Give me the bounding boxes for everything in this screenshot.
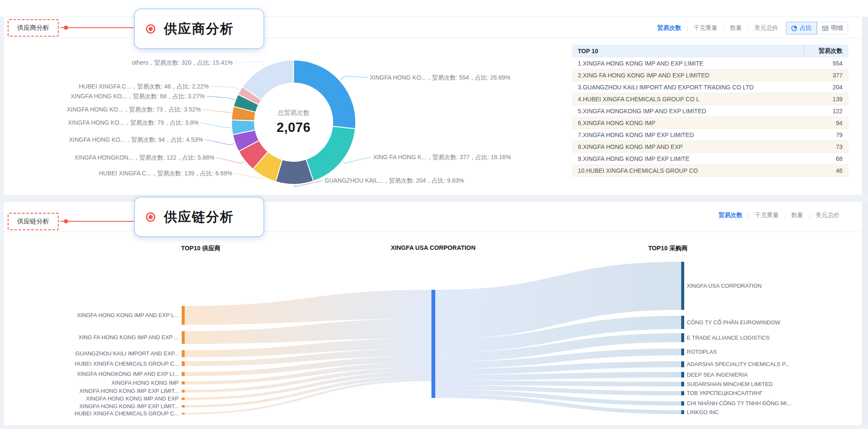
connector-dot	[64, 26, 68, 30]
toggle-button-label: 占比	[800, 24, 812, 32]
ratio-view-button[interactable]: 占比	[786, 22, 817, 34]
table-cell-company: 6.XINGFA HONG KONG IMP	[572, 117, 804, 129]
top10-table: TOP 10 贸易次数 1.XINGFA HONG KONG IMP AND E…	[572, 45, 848, 177]
sankey-label-supplier: XINGFA HONG KONG IMP EXP LIMIT...	[79, 388, 179, 395]
sankey-node-buyer[interactable]	[681, 401, 684, 406]
sankey-label-supplier: HUBEI XINGFA CHEMICALS GROUP C...	[74, 360, 179, 367]
sankey-node-supplier[interactable]	[182, 361, 185, 366]
sankey-node-buyer[interactable]	[681, 333, 684, 342]
sankey-node-buyer[interactable]	[681, 262, 684, 310]
sankey-node-supplier[interactable]	[182, 372, 185, 376]
table-row: 1.XINGFA HONG KONG IMP AND EXP LIMITE554	[572, 57, 848, 69]
pie-label-line	[211, 86, 240, 90]
supplier-tag-label: 供应商分析	[17, 24, 49, 32]
table-header-row: TOP 10 贸易次数	[572, 45, 848, 57]
table-row: 2.XING FA HONG KONG IMP AND EXP LIMITED3…	[572, 69, 848, 81]
sankey-label-buyer: CHI NHÁNH CÔNG TY TNHH ĐÔNG MI...	[687, 400, 791, 407]
sankey-node-supplier[interactable]	[182, 398, 185, 400]
pie-label: XINGFA HONG KO...，贸易次数: 73，占比: 3.52%	[67, 106, 201, 113]
pie-label-line	[203, 109, 231, 113]
metric-link[interactable]: 贸易次数	[719, 212, 742, 219]
metric-link[interactable]: 千克重量	[755, 212, 779, 219]
table-cell-value: 139	[804, 93, 848, 105]
pie-label-line	[340, 76, 368, 80]
chain-callout-connector	[60, 221, 146, 222]
table-cell-value: 554	[804, 57, 848, 69]
detail-view-button[interactable]: 明细	[817, 22, 848, 34]
table-icon	[822, 25, 828, 31]
table-header-metric: 贸易次数	[804, 45, 848, 57]
pie-label: XINGFA HONG KO...，贸易次数: 68，占比: 3.27%	[71, 92, 205, 100]
table-cell-company: 10.HUBEI XINGFA CHEMICALS GROUP CO	[572, 165, 804, 177]
sankey-node-supplier[interactable]	[182, 381, 185, 384]
pie-label: XINGFA HONGKON...，贸易次数: 122，占比: 5.88%	[74, 154, 214, 161]
pie-label-line	[216, 157, 244, 163]
pie-slice[interactable]	[306, 126, 355, 181]
sankey-label-buyer: DEEP SEA INGENIERIA	[687, 372, 748, 378]
table-cell-value: 73	[804, 141, 848, 153]
sankey-node-buyer[interactable]	[681, 349, 684, 355]
sankey-node-center[interactable]	[431, 290, 435, 398]
donut-total-value: 2,076	[277, 120, 311, 135]
toolbar-separator: |	[687, 25, 688, 31]
sankey-label-supplier: XINGFA HONG KONG IMP EXP LIMIT...	[79, 403, 179, 410]
supplier-toolbar: 贸易次数|千克重量|数量|美元总价占比明细	[657, 22, 848, 34]
table-cell-value: 122	[804, 105, 848, 117]
sankey-label-buyer: E TRADE ALLIANCE LOGISTICS	[687, 335, 770, 341]
pie-label: XINGFA HONG KO...，贸易次数: 79，占比: 3.8%	[68, 119, 199, 126]
sankey-node-supplier[interactable]	[182, 413, 185, 415]
left-gutter	[0, 17, 4, 429]
supplier-callout-title: 供应商分析	[164, 20, 234, 38]
metric-link[interactable]: 贸易次数	[657, 24, 681, 32]
table-cell-value: 68	[804, 153, 848, 165]
table-header-top10: TOP 10	[572, 45, 804, 57]
sankey-label-buyer: ADARSHA SPECIALITY CHEMICALS P...	[687, 361, 790, 368]
sankey-node-supplier[interactable]	[182, 405, 185, 407]
metric-link[interactable]: 数量	[730, 24, 742, 32]
sankey-label-buyer: SUDARSHAN MINCHEM LIMITED	[687, 381, 773, 388]
table-row: 6.XINGFA HONG KONG IMP94	[572, 117, 848, 129]
sankey-label-buyer: ТОВ УКРСПЕЦКОНСАЛТИНГ	[687, 390, 762, 397]
sankey-node-supplier[interactable]	[182, 306, 185, 325]
table-row: 9.XINGFA HONG KONG IMP EXP LIMITE68	[572, 153, 848, 165]
chain-section-tag: 供应链分析	[8, 213, 59, 230]
sankey-label-supplier: XINGFA HONG KONG IMP AND EXP	[86, 395, 179, 402]
toolbar-separator: |	[784, 212, 785, 219]
table-cell-value: 79	[804, 129, 848, 141]
table-cell-value: 94	[804, 117, 848, 129]
sankey-node-supplier[interactable]	[182, 350, 185, 357]
toolbar-separator: |	[723, 25, 724, 31]
metric-link[interactable]: 千克重量	[694, 24, 717, 32]
sankey-column-center: XINGFA USA CORPORATION	[391, 244, 475, 251]
sankey-node-buyer[interactable]	[681, 410, 684, 414]
sankey-label-buyer: LINKGO INC	[687, 409, 719, 416]
table-row: 5.XINGFA HONGKONG IMP AND EXP LIMITED122	[572, 105, 848, 117]
connector-dot	[64, 219, 68, 223]
supplier-header-divider	[4, 38, 862, 38]
pie-label: XINGFA HONG KO...，贸易次数: 554，占比: 26.69%	[370, 74, 511, 81]
sankey-node-buyer[interactable]	[681, 316, 684, 329]
table-cell-company: 2.XING FA HONG KONG IMP AND EXP LIMITED	[572, 69, 804, 81]
chain-header-divider	[4, 232, 862, 232]
chain-tag-label: 供应链分析	[17, 217, 49, 226]
metric-link[interactable]: 美元总价	[816, 212, 839, 219]
sankey-node-buyer[interactable]	[681, 372, 684, 378]
sankey-node-buyer[interactable]	[681, 382, 684, 386]
metric-link[interactable]: 美元总价	[754, 24, 778, 32]
sankey-node-buyer[interactable]	[681, 391, 684, 395]
pie-label: XING FA HONG K...，贸易次数: 377，占比: 18.16%	[373, 153, 511, 161]
pie-chart-icon	[791, 25, 797, 31]
right-scrollbar-track[interactable]	[862, 17, 868, 429]
pie-label-line	[343, 157, 371, 163]
sankey-node-buyer[interactable]	[681, 361, 684, 367]
sankey-node-supplier[interactable]	[182, 390, 185, 392]
table-cell-company: 7.XINGFA HONG KONG IMP EXP LIMITED	[572, 129, 804, 141]
sankey-label-supplier: XING FA HONG KONG IMP AND EXP ...	[78, 334, 179, 341]
table-cell-company: 8.XINGFA HONG KONG IMP AND EXP	[572, 141, 804, 153]
table-row: 4.HUBEI XINGFA CHEMICALS GROUP CO L139	[572, 93, 848, 105]
sankey-node-supplier[interactable]	[182, 331, 185, 344]
pie-label: HUBEI XINGFA C...，贸易次数: 46，占比: 2.22%	[79, 83, 209, 90]
sankey-label-supplier: GUANGZHOU KAILI IMPORT AND EXP...	[75, 350, 179, 357]
metric-link[interactable]: 数量	[791, 212, 803, 219]
view-toggle-group: 占比明细	[786, 22, 848, 34]
